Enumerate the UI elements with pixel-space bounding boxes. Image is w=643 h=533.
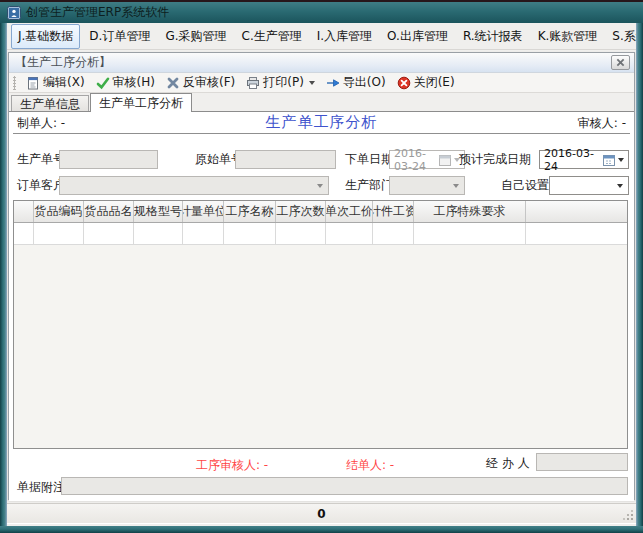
page-title: 生产单工序分析 bbox=[266, 113, 378, 132]
tab-process-analysis[interactable]: 生产单工序分析 bbox=[90, 93, 192, 112]
print-button-label: 打印(P) bbox=[263, 74, 304, 91]
calendar-icon bbox=[603, 154, 615, 166]
print-dropdown-arrow[interactable] bbox=[309, 81, 315, 85]
audit-button-label: 审核(H) bbox=[113, 74, 155, 91]
table-cell bbox=[84, 223, 134, 245]
table-cell bbox=[276, 223, 326, 245]
child-window-process-analysis: 【生产工序分析】 编辑(X) bbox=[8, 52, 635, 500]
column-header-special-req[interactable]: 工序特殊要求 bbox=[414, 201, 526, 222]
close-button[interactable] bbox=[611, 55, 630, 70]
row-selector-cell bbox=[14, 223, 34, 245]
column-header-process-name[interactable]: 工序名称 bbox=[224, 201, 276, 222]
cross-icon bbox=[166, 76, 180, 90]
row-selector-header bbox=[14, 201, 34, 222]
order-date-value: 2016-03-24 bbox=[394, 147, 439, 173]
process-analysis-panel: 制单人: - 生产单工序分析 审核人: - 生产单号 原始单号 下单日期 201… bbox=[9, 112, 634, 501]
audit-button[interactable]: 审核(H) bbox=[92, 73, 159, 92]
titlebar[interactable]: 创管生产管理ERP系统软件 bbox=[0, 0, 643, 23]
order-date-picker: 2016-03-24 bbox=[389, 150, 465, 169]
table-cell bbox=[373, 223, 414, 245]
window-border-right bbox=[636, 23, 643, 533]
table-cell bbox=[224, 223, 276, 245]
origin-no-input bbox=[235, 150, 336, 169]
export-button-label: 导出(O) bbox=[343, 74, 386, 91]
child-window-title: 【生产工序分析】 bbox=[15, 54, 611, 71]
app-icon bbox=[7, 6, 21, 20]
table-empty-area bbox=[14, 245, 627, 448]
table-cell bbox=[526, 223, 627, 245]
process-auditor-label: 工序审核人: - bbox=[196, 456, 268, 474]
auditor-label: 审核人: - bbox=[578, 114, 626, 133]
close-form-button-label: 关闭(E) bbox=[414, 74, 455, 91]
close-icon bbox=[616, 58, 625, 67]
custom-setting-combobox[interactable] bbox=[549, 176, 629, 195]
combo-arrow-icon bbox=[453, 184, 459, 188]
combo-arrow-icon bbox=[317, 184, 323, 188]
note-input bbox=[61, 477, 628, 495]
finish-date-label: 预计完成日期 bbox=[459, 150, 531, 169]
toolbar: 编辑(X) 审核(H) 反审核(F) bbox=[9, 73, 634, 93]
column-header-unit-price[interactable]: 单次工价 bbox=[326, 201, 373, 222]
child-titlebar[interactable]: 【生产工序分析】 bbox=[9, 53, 634, 73]
tab-production-info[interactable]: 生产单信息 bbox=[11, 95, 89, 112]
menubar: J.基础数据 D.订单管理 G.采购管理 C.生产管理 I.入库管理 O.出库管… bbox=[7, 23, 636, 50]
menu-item-outbound-mgmt[interactable]: O.出库管理 bbox=[381, 25, 454, 48]
statusbar: 0 bbox=[7, 503, 636, 524]
table-cell bbox=[414, 223, 526, 245]
note-label: 单据附注 bbox=[17, 478, 65, 497]
column-header-unit[interactable]: 计量单位 bbox=[183, 201, 224, 222]
finish-date-picker[interactable]: 2016-03-24 bbox=[539, 150, 629, 169]
table-cell bbox=[134, 223, 183, 245]
column-header-item-name[interactable]: 货品品名 bbox=[84, 201, 134, 222]
customer-combobox bbox=[59, 176, 329, 195]
menu-item-purchase-mgmt[interactable]: G.采购管理 bbox=[159, 25, 232, 48]
toolbar-grip[interactable] bbox=[13, 76, 16, 90]
department-label: 生产部门 bbox=[345, 176, 393, 195]
date-dropdown-arrow[interactable] bbox=[618, 158, 624, 162]
table-row[interactable] bbox=[14, 223, 627, 245]
window-border-bottom bbox=[0, 526, 643, 533]
menu-item-system-mgmt[interactable]: S.系统管理 bbox=[606, 25, 636, 48]
print-button[interactable]: 打印(P) bbox=[242, 73, 319, 92]
menu-item-inbound-mgmt[interactable]: I.入库管理 bbox=[311, 25, 378, 48]
combo-arrow-icon bbox=[617, 184, 623, 188]
department-combobox bbox=[389, 176, 465, 195]
close-form-button[interactable]: 关闭(E) bbox=[393, 73, 459, 92]
window-title: 创管生产管理ERP系统软件 bbox=[26, 4, 169, 21]
client-area: J.基础数据 D.订单管理 G.采购管理 C.生产管理 I.入库管理 O.出库管… bbox=[7, 23, 636, 526]
customer-label: 订单客户 bbox=[17, 176, 65, 195]
tabstrip: 生产单信息 生产单工序分析 bbox=[9, 93, 634, 112]
edit-icon bbox=[26, 76, 40, 90]
order-no-input bbox=[59, 150, 158, 169]
table-cell bbox=[326, 223, 373, 245]
record-count: 0 bbox=[7, 507, 636, 521]
export-button[interactable]: 导出(O) bbox=[322, 73, 390, 92]
header-divider bbox=[13, 133, 630, 134]
check-icon bbox=[96, 76, 110, 90]
menu-item-order-mgmt[interactable]: D.订单管理 bbox=[83, 25, 156, 48]
order-date-label: 下单日期 bbox=[345, 150, 393, 169]
resize-grip[interactable] bbox=[621, 508, 634, 521]
handler-label: 经 办 人 bbox=[486, 454, 530, 473]
column-header-piece-wage[interactable]: 计件工资 bbox=[373, 201, 414, 222]
edit-button-label: 编辑(X) bbox=[43, 74, 85, 91]
menu-item-report-stats[interactable]: R.统计报表 bbox=[457, 25, 529, 48]
order-no-label: 生产单号 bbox=[17, 150, 65, 169]
table-cell bbox=[183, 223, 224, 245]
column-header-process-count[interactable]: 工序次数 bbox=[276, 201, 326, 222]
unaudit-button[interactable]: 反审核(F) bbox=[162, 73, 239, 92]
unaudit-button-label: 反审核(F) bbox=[183, 74, 235, 91]
export-arrow-icon bbox=[326, 76, 340, 90]
column-header-item-code[interactable]: 货品编码 bbox=[34, 201, 84, 222]
closer-label: 结单人: - bbox=[346, 456, 394, 474]
menu-item-accounts-mgmt[interactable]: K.账款管理 bbox=[532, 25, 604, 48]
menu-item-basic-data[interactable]: J.基础数据 bbox=[11, 24, 80, 49]
menu-item-production-mgmt[interactable]: C.生产管理 bbox=[236, 25, 308, 48]
process-table: 货品编码 货品品名 规格型号 计量单位 工序名称 工序次数 单次工价 计件工资 … bbox=[13, 200, 628, 449]
table-cell bbox=[34, 223, 84, 245]
custom-setting-label: 自己设置 bbox=[501, 176, 549, 195]
handler-input bbox=[536, 453, 628, 471]
column-header-spec-model[interactable]: 规格型号 bbox=[134, 201, 183, 222]
edit-button[interactable]: 编辑(X) bbox=[22, 73, 89, 92]
maker-label: 制单人: - bbox=[17, 114, 65, 133]
